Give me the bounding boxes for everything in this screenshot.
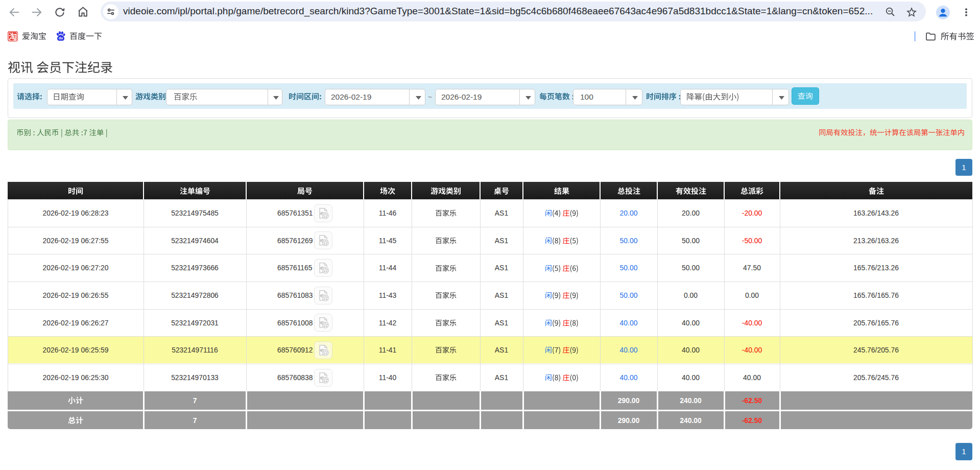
svg-text:du: du: [59, 36, 63, 40]
